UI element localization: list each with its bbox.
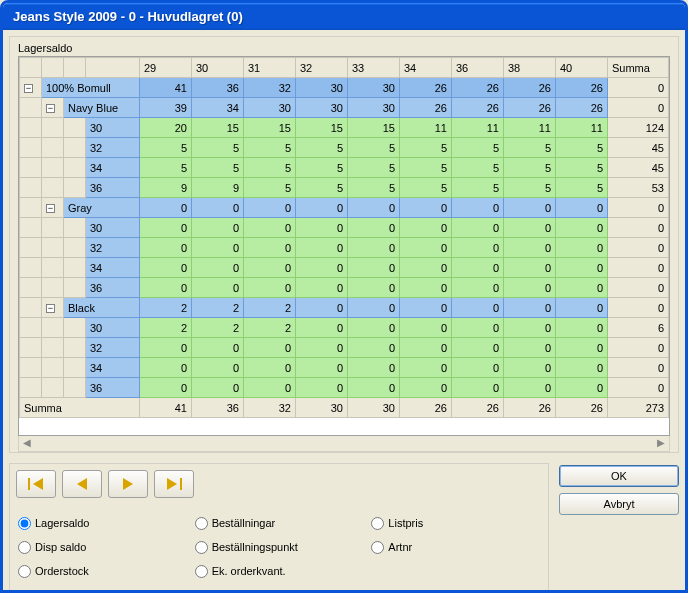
value-cell[interactable]: 0 [504,378,556,398]
size-label[interactable]: 36 [86,278,140,298]
summa-cell[interactable]: 0 [608,258,669,278]
value-cell[interactable]: 0 [556,298,608,318]
value-cell[interactable]: 5 [504,178,556,198]
value-cell[interactable]: 30 [348,78,400,98]
summa-cell[interactable]: 0 [608,358,669,378]
size-label[interactable]: 36 [86,378,140,398]
value-cell[interactable]: 0 [452,358,504,378]
size-label[interactable]: 36 [86,178,140,198]
nav-first-button[interactable] [16,470,56,498]
value-cell[interactable]: 0 [348,358,400,378]
value-cell[interactable]: 0 [452,238,504,258]
value-cell[interactable]: 2 [140,318,192,338]
summa-cell[interactable]: 0 [608,78,669,98]
value-cell[interactable]: 0 [452,198,504,218]
radio-input[interactable] [195,565,208,578]
value-cell[interactable]: 0 [192,238,244,258]
value-cell[interactable]: 26 [452,78,504,98]
radio-input[interactable] [371,541,384,554]
summa-cell[interactable]: 0 [608,298,669,318]
value-cell[interactable]: 0 [348,338,400,358]
value-cell[interactable]: 9 [192,178,244,198]
value-cell[interactable]: 0 [504,198,556,218]
value-cell[interactable]: 0 [140,218,192,238]
value-cell[interactable]: 0 [556,218,608,238]
summa-cell[interactable]: 0 [608,378,669,398]
value-cell[interactable]: 0 [296,218,348,238]
value-cell[interactable]: 5 [452,178,504,198]
value-cell[interactable]: 11 [452,118,504,138]
cancel-button[interactable]: Avbryt [559,493,679,515]
size-label[interactable]: 30 [86,218,140,238]
radio-bestpunkt[interactable]: Beställningspunkt [195,536,364,558]
value-cell[interactable]: 5 [556,178,608,198]
value-cell[interactable]: 0 [452,218,504,238]
value-cell[interactable]: 5 [348,178,400,198]
value-cell[interactable]: 0 [348,378,400,398]
value-cell[interactable]: 0 [192,198,244,218]
value-cell[interactable]: 11 [400,118,452,138]
value-cell[interactable]: 26 [504,78,556,98]
value-cell[interactable]: 0 [400,298,452,318]
value-cell[interactable]: 0 [504,278,556,298]
value-cell[interactable]: 5 [348,158,400,178]
radio-input[interactable] [18,565,31,578]
value-cell[interactable]: 0 [556,258,608,278]
value-cell[interactable]: 26 [400,78,452,98]
value-cell[interactable]: 0 [400,318,452,338]
value-cell[interactable]: 0 [296,358,348,378]
size-label[interactable]: 34 [86,258,140,278]
value-cell[interactable]: 0 [348,278,400,298]
value-cell[interactable]: 30 [348,98,400,118]
value-cell[interactable]: 0 [452,338,504,358]
value-cell[interactable]: 5 [244,158,296,178]
scroll-right-icon[interactable]: ▶ [657,437,665,448]
value-cell[interactable]: 26 [452,98,504,118]
tree-toggle-cell[interactable]: − [42,98,64,118]
value-cell[interactable]: 0 [296,278,348,298]
value-cell[interactable]: 5 [504,138,556,158]
value-cell[interactable]: 2 [244,298,296,318]
value-cell[interactable]: 0 [192,258,244,278]
value-cell[interactable]: 0 [504,298,556,318]
nav-next-button[interactable] [108,470,148,498]
value-cell[interactable]: 0 [140,378,192,398]
col-header[interactable]: 34 [400,58,452,78]
value-cell[interactable]: 0 [504,258,556,278]
summa-cell[interactable]: 0 [608,238,669,258]
value-cell[interactable]: 20 [140,118,192,138]
value-cell[interactable]: 0 [244,258,296,278]
value-cell[interactable]: 2 [192,298,244,318]
value-cell[interactable]: 0 [452,298,504,318]
value-cell[interactable]: 0 [244,378,296,398]
nav-last-button[interactable] [154,470,194,498]
value-cell[interactable]: 0 [400,218,452,238]
value-cell[interactable]: 34 [192,98,244,118]
value-cell[interactable]: 0 [140,258,192,278]
value-cell[interactable]: 26 [556,78,608,98]
value-cell[interactable]: 11 [504,118,556,138]
value-cell[interactable]: 2 [244,318,296,338]
summa-col-header[interactable]: Summa [608,58,669,78]
col-header[interactable]: 33 [348,58,400,78]
horizontal-scrollbar[interactable]: ◀ ▶ [18,436,670,452]
value-cell[interactable]: 11 [556,118,608,138]
value-cell[interactable]: 0 [192,338,244,358]
value-cell[interactable]: 5 [452,158,504,178]
value-cell[interactable]: 26 [504,98,556,118]
value-cell[interactable]: 5 [556,158,608,178]
value-cell[interactable]: 5 [400,158,452,178]
radio-ekorder[interactable]: Ek. orderkvant. [195,560,364,582]
value-cell[interactable]: 0 [296,298,348,318]
collapse-icon[interactable]: − [46,104,55,113]
value-cell[interactable]: 5 [296,178,348,198]
value-cell[interactable]: 0 [556,238,608,258]
value-cell[interactable]: 0 [504,338,556,358]
value-cell[interactable]: 0 [400,238,452,258]
value-cell[interactable]: 5 [400,178,452,198]
summa-cell[interactable]: 0 [608,218,669,238]
value-cell[interactable]: 0 [140,198,192,218]
summa-cell[interactable]: 0 [608,98,669,118]
value-cell[interactable]: 0 [400,258,452,278]
value-cell[interactable]: 15 [192,118,244,138]
